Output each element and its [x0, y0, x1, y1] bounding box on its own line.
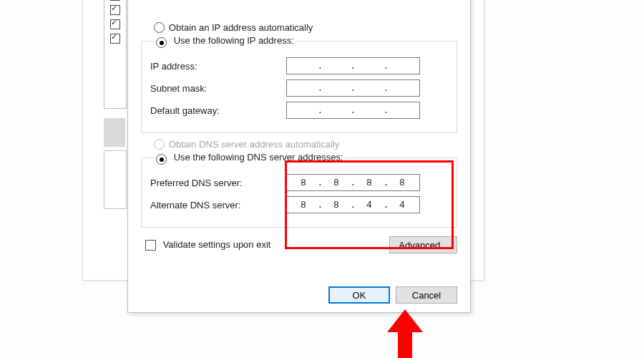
radio-disabled-icon	[154, 139, 165, 150]
ip-address-input[interactable]: . . .	[286, 57, 420, 74]
dns-server-group: Use the following DNS server addresses: …	[141, 152, 457, 228]
svg-marker-0	[387, 309, 423, 358]
ip-address-group: Use the following IP address: IP address…	[141, 35, 457, 133]
ok-button[interactable]: OK	[328, 286, 390, 304]
background-scroll-thumb	[104, 118, 125, 147]
obtain-ip-auto-row[interactable]: Obtain an IP address automatically	[154, 22, 457, 33]
alternate-dns-input[interactable]: 8. 8. 4. 4	[286, 196, 420, 213]
validate-settings-checkbox[interactable]: Validate settings upon exit	[145, 239, 270, 251]
use-following-dns-radio[interactable]: Use the following DNS server addresses:	[155, 152, 345, 163]
obtain-ip-auto-label: Obtain an IP address automatically	[169, 22, 313, 33]
alternate-dns-label: Alternate DNS server:	[150, 200, 286, 211]
annotation-arrow-icon	[384, 309, 426, 358]
preferred-dns-label: Preferred DNS server:	[150, 178, 286, 188]
default-gateway-label: Default gateway:	[150, 105, 286, 116]
advanced-button[interactable]: Advanced...	[389, 236, 457, 253]
ipv4-properties-dialog: Obtain an IP address automatically Use t…	[127, 0, 471, 313]
validate-settings-label: Validate settings upon exit	[163, 239, 271, 250]
radio-checked-icon	[156, 37, 167, 48]
ip-address-label: IP address:	[150, 61, 286, 72]
background-checklist	[104, 0, 127, 109]
obtain-dns-auto-label: Obtain DNS server address automatically	[169, 139, 339, 150]
obtain-dns-auto-row: Obtain DNS server address automatically	[154, 139, 457, 150]
default-gateway-input[interactable]: . . .	[286, 102, 420, 119]
radio-unchecked-icon	[154, 22, 165, 33]
subnet-mask-input[interactable]: . . .	[286, 79, 420, 97]
radio-checked-icon	[156, 154, 167, 165]
use-following-ip-label: Use the following IP address:	[174, 35, 294, 46]
preferred-dns-input[interactable]: 8. 8. 8. 8	[286, 174, 420, 191]
checkbox-unchecked-icon	[145, 240, 156, 251]
background-panel	[104, 150, 127, 209]
cancel-button[interactable]: Cancel	[396, 286, 457, 304]
subnet-mask-label: Subnet mask:	[150, 83, 286, 94]
use-following-ip-radio[interactable]: Use the following IP address:	[155, 35, 296, 47]
dialog-button-bar: OK Cancel	[328, 286, 457, 304]
use-following-dns-label: Use the following DNS server addresses:	[174, 152, 343, 163]
